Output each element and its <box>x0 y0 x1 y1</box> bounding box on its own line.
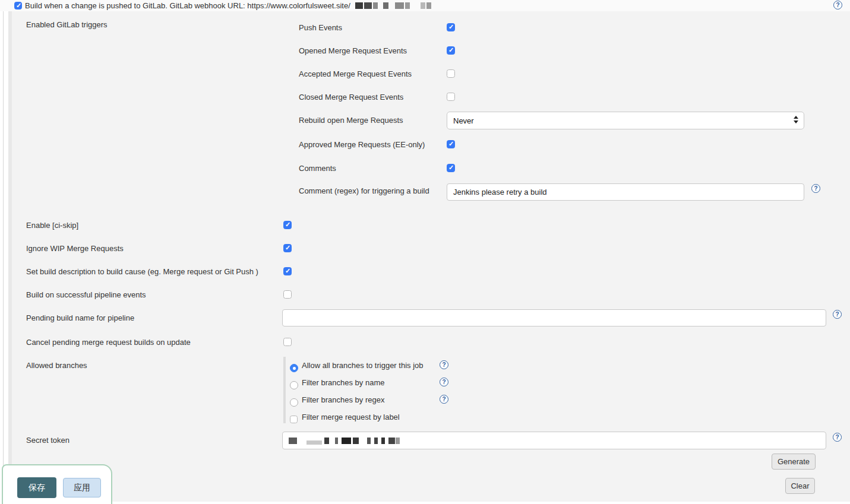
gitlab-trigger-panel <box>8 11 850 502</box>
ignore-wip-mr-label: Ignore WIP Merge Requests <box>26 243 124 253</box>
filter-branches-by-name-help-icon[interactable]: ? <box>440 378 448 386</box>
set-build-description-checkbox[interactable] <box>283 267 292 275</box>
trigger-help-icon[interactable]: ? <box>833 1 842 9</box>
cancel-pending-label: Cancel pending merge request builds on u… <box>26 337 191 347</box>
filter-branches-by-regex-help-icon[interactable]: ? <box>440 395 448 404</box>
apply-button[interactable]: 应用 <box>63 478 101 497</box>
enabled-triggers-section-label: Enabled GitLab triggers <box>26 20 108 30</box>
panel-drag-edge <box>8 11 12 502</box>
select-arrows-icon <box>794 116 798 123</box>
set-build-description-label: Set build description to build cause (eg… <box>26 267 258 277</box>
build-when-pushed-checkbox[interactable] <box>14 2 22 9</box>
secret-token-help-icon[interactable]: ? <box>833 433 842 442</box>
build-on-pipeline-label: Build on successful pipeline events <box>26 290 146 300</box>
redacted-secret-token <box>289 437 400 445</box>
closed-mr-events-checkbox[interactable] <box>447 93 455 101</box>
closed-mr-events-label: Closed Merge Request Events <box>299 92 403 102</box>
gitlab-trigger-config-page: Build when a change is pushed to GitLab.… <box>0 0 850 504</box>
ignore-wip-mr-checkbox[interactable] <box>283 244 292 252</box>
filter-branches-by-name-radio[interactable] <box>290 381 298 389</box>
save-apply-panel: 保存 应用 <box>2 464 112 504</box>
filter-mr-by-label-checkbox[interactable] <box>290 416 298 423</box>
rebuild-open-mr-selected-value: Never <box>453 116 474 125</box>
comments-checkbox[interactable] <box>447 164 455 172</box>
redacted-webhook-path <box>355 2 431 9</box>
enable-ci-skip-label: Enable [ci-skip] <box>26 220 78 230</box>
build-on-pipeline-checkbox[interactable] <box>283 290 292 299</box>
push-events-label: Push Events <box>299 23 342 33</box>
opened-mr-events-label: Opened Merge Request Events <box>299 46 407 56</box>
push-events-checkbox[interactable] <box>447 23 455 31</box>
pending-build-name-help-icon[interactable]: ? <box>833 310 842 319</box>
comments-label: Comments <box>299 163 336 173</box>
clear-button[interactable]: Clear <box>785 478 815 494</box>
approved-mr-label: Approved Merge Requests (EE-only) <box>299 140 425 150</box>
filter-branches-by-regex-radio[interactable] <box>290 398 298 407</box>
pending-build-name-input[interactable] <box>282 309 826 327</box>
build-when-pushed-label: Build when a change is pushed to GitLab.… <box>25 1 350 10</box>
opened-mr-events-checkbox[interactable] <box>447 46 455 55</box>
rebuild-open-mr-label: Rebuild open Merge Requests <box>299 115 403 125</box>
generate-button[interactable]: Generate <box>772 454 816 470</box>
filter-branches-by-name-label: Filter branches by name <box>302 378 384 388</box>
rebuild-open-mr-select[interactable]: Never <box>447 112 804 129</box>
comment-regex-help-icon[interactable]: ? <box>811 184 820 193</box>
left-border-line <box>3 0 4 504</box>
allowed-branches-label: Allowed branches <box>26 360 87 370</box>
comment-regex-input[interactable] <box>447 183 804 201</box>
build-trigger-header-row: Build when a change is pushed to GitLab.… <box>0 0 850 11</box>
pending-build-name-label: Pending build name for pipeline <box>26 313 134 323</box>
enable-ci-skip-checkbox[interactable] <box>283 221 292 229</box>
comment-regex-label: Comment (regex) for triggering a build <box>299 186 429 196</box>
allow-all-branches-label: Allow all branches to trigger this job <box>302 360 424 370</box>
secret-token-label: Secret token <box>26 435 69 445</box>
filter-mr-by-label-label: Filter merge request by label <box>302 412 400 422</box>
accepted-mr-events-label: Accepted Merge Request Events <box>299 69 412 79</box>
radio-group-indent-bar <box>283 357 286 423</box>
filter-branches-by-regex-label: Filter branches by regex <box>302 395 384 405</box>
allow-all-branches-help-icon[interactable]: ? <box>440 360 448 369</box>
save-button[interactable]: 保存 <box>17 477 56 498</box>
approved-mr-checkbox[interactable] <box>447 140 455 148</box>
secret-token-input[interactable] <box>282 432 826 449</box>
allow-all-branches-radio[interactable] <box>290 364 298 372</box>
cancel-pending-checkbox[interactable] <box>283 338 292 346</box>
accepted-mr-events-checkbox[interactable] <box>447 69 455 78</box>
